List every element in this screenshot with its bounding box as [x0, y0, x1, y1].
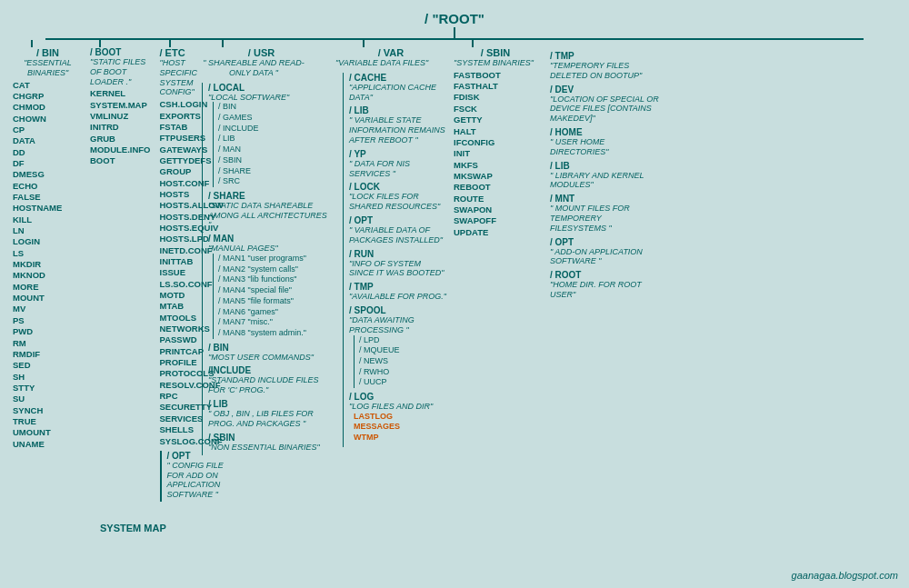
var-cache: / CACHE "APPLICATION CACHE DATA" — [349, 73, 446, 103]
usr-bin: / BIN "MOST USER COMMANDS" — [208, 343, 328, 363]
boot-files: KERNELSYSTEM.MAPVMLINUZINITRD GRUBMODULE… — [90, 88, 151, 166]
sbin-desc: "SYSTEM BINARIES" — [454, 58, 534, 68]
sbin-header: / SBIN — [454, 47, 537, 58]
var-yp: / YP " DATA FOR NIS SERVICES " — [349, 149, 446, 179]
tmp-section: / TMP "TEMPERORY FILES DELETED ON BOOTUP… — [550, 51, 659, 81]
var-run: / RUN "INFO OF SYSTEM SINCE IT WAS BOOTE… — [349, 249, 446, 279]
usr-local: / LOCAL "LOCAL SOFTWARE" / BIN / GAMES /… — [208, 83, 328, 187]
bin-header: / BIN — [13, 47, 83, 58]
bin-desc: "ESSENTIAL BINARIES" — [13, 58, 83, 78]
etc-section: / BOOT "STATIC FILES OF BOOT LOADER ." K… — [86, 40, 191, 502]
lib-header: / LIB — [550, 161, 659, 171]
watermark: gaanagaa.blogspot.com — [792, 570, 898, 581]
var-header: / VAR — [335, 47, 446, 58]
page: / "ROOT" / BIN "ESSENTIAL BINARIES" CATC… — [0, 0, 909, 588]
usr-desc: " SHAREABLE AND READ-ONLY DATA " — [195, 58, 313, 78]
var-desc: "VARIABLE DATA FILES" — [335, 58, 428, 68]
dev-desc: "LOCATION OF SPECIAL OR DEVICE FILES [CO… — [550, 95, 659, 124]
sbin-files: FASTBOOT FASTHALT FDISK FSCK GETTY HALT … — [454, 70, 501, 238]
usr-sbin: / SBIN "NON ESSENTIAL BINARIES" — [208, 433, 328, 453]
sbin-section: / SBIN "SYSTEM BINARIES" FASTBOOT FASTHA… — [450, 40, 541, 238]
usr-subtree: / LOCAL "LOCAL SOFTWARE" / BIN / GAMES /… — [202, 83, 328, 456]
home-desc: " USER HOME DIRECTORIES" — [550, 137, 659, 157]
var-subtree: / CACHE "APPLICATION CACHE DATA" / LIB "… — [343, 73, 446, 447]
lib-section: / LIB " LIBRARY AND KERNEL MODULES" — [550, 161, 659, 191]
root-desc: "HOME DIR. FOR ROOT USER" — [550, 280, 659, 300]
usr-lib: / LIB " OBJ , BIN , LIB FILES FOR PROG. … — [208, 399, 328, 429]
home-header: / HOME — [550, 127, 659, 137]
var-spool: / SPOOL "DATA AWAITING PROCESSING " / LP… — [349, 305, 446, 388]
system-map-label: SYSTEM MAP — [100, 523, 166, 533]
tmp-header: / TMP — [550, 51, 659, 61]
bin-section: / BIN "ESSENTIAL BINARIES" CATCHGRPCHMOD… — [9, 40, 86, 450]
usr-include: /INCLUDE "STANDARD INCLUDE FILES FOR 'C'… — [208, 365, 328, 395]
var-opt: / OPT " VARIABLE DATA OF PACKAGES INSTAL… — [349, 215, 446, 245]
usr-section: / USR " SHAREABLE AND READ-ONLY DATA " /… — [191, 40, 332, 455]
var-lib: / LIB " VARIABLE STATE INFORMATION REMAI… — [349, 105, 446, 145]
usr-man: / MAN "MANUAL PAGES" / MAN1 "user progra… — [208, 234, 328, 338]
mnt-header: / MNT — [550, 194, 659, 204]
root-section: / ROOT "HOME DIR. FOR ROOT USER" — [550, 270, 659, 300]
usr-header: / USR — [195, 47, 328, 58]
opt-section: / OPT " ADD-ON APPLICATION SOFTWARE " — [550, 237, 659, 267]
opt-desc: " ADD-ON APPLICATION SOFTWARE " — [550, 247, 659, 267]
dev-header: / DEV — [550, 85, 659, 95]
home-section: / HOME " USER HOME DIRECTORIES" — [550, 127, 659, 157]
var-section: / VAR "VARIABLE DATA FILES" / CACHE "APP… — [332, 40, 450, 447]
right-sections: / TMP "TEMPERORY FILES DELETED ON BOOTUP… — [541, 40, 659, 300]
tmp-desc: "TEMPERORY FILES DELETED ON BOOTUP" — [550, 61, 659, 81]
boot-header: / BOOT — [90, 47, 151, 57]
var-lock: / LOCK "LOCK FILES FOR SHARED RESOURCES" — [349, 182, 446, 212]
root-header: / ROOT — [550, 270, 659, 280]
opt-header: / OPT — [550, 237, 659, 247]
usr-share: / SHARE "STATIC DATA SHAREABLE AMONG ALL… — [208, 191, 328, 230]
etc-opt-desc: " CONFIG FILE FOR ADD ON APPLICATION SOF… — [167, 461, 224, 500]
dev-section: / DEV "LOCATION OF SPECIAL OR DEVICE FIL… — [550, 85, 659, 124]
bin-files: CATCHGRPCHMODCHOWNCP DATADDDFDMESGECHO F… — [13, 80, 62, 450]
var-tmp: / TMP "AVAILABLE FOR PROG." — [349, 282, 446, 302]
boot-desc: "STATIC FILES OF BOOT LOADER ." — [90, 57, 151, 86]
root-label: / "ROOT" — [425, 11, 484, 26]
mnt-section: / MNT " MOUNT FILES FOR TEMPORERY FILESY… — [550, 194, 659, 233]
mnt-desc: " MOUNT FILES FOR TEMPORERY FILESYSTEMS … — [550, 204, 659, 233]
var-log: / LOG "LOG FILES AND DIR" LASTLOG MESSAG… — [349, 392, 446, 443]
lib-desc: " LIBRARY AND KERNEL MODULES" — [550, 171, 659, 191]
